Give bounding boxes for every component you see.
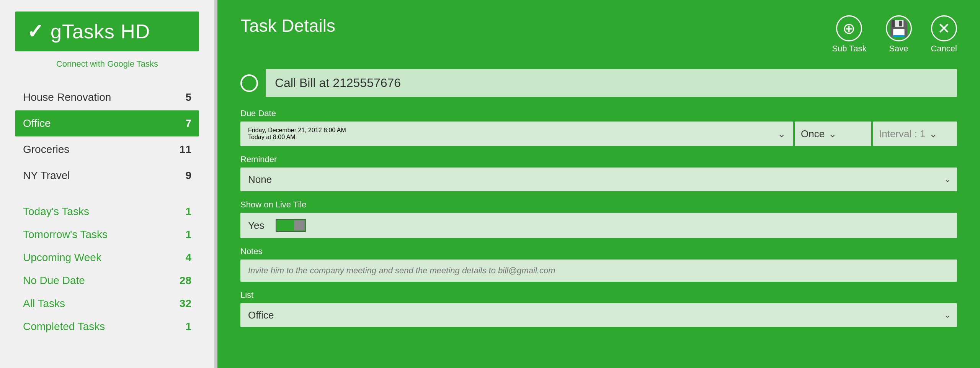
cancel-label: Cancel: [931, 44, 957, 54]
main-panel: Task Details ⊕ Sub Task 💾 Save ✕ Cancel …: [217, 0, 980, 368]
sidebar-smart-item-no-due-date[interactable]: No Due Date 28: [15, 269, 199, 292]
sub-task-label: Sub Task: [832, 44, 866, 54]
sidebar-list-label: Office: [23, 117, 51, 130]
recur-dropdown[interactable]: Once ⌄: [795, 122, 871, 146]
sub-task-button[interactable]: ⊕ Sub Task: [832, 15, 866, 54]
list-section: List Office House Renovation Groceries N…: [240, 290, 957, 327]
top-actions: ⊕ Sub Task 💾 Save ✕ Cancel: [832, 15, 957, 54]
due-date-sub-text: Today at 8:00 AM: [248, 134, 763, 141]
interval-dropdown[interactable]: Interval : 1 ⌄: [873, 122, 957, 146]
sidebar: ✓ gTasks HD Connect with Google Tasks Ho…: [0, 0, 214, 368]
smart-item-count: 4: [185, 251, 191, 264]
logo-bar: ✓ gTasks HD: [15, 12, 199, 51]
smart-item-count: 28: [180, 274, 191, 287]
due-date-main-text: Friday, December 21, 2012 8:00 AM: [248, 127, 763, 134]
live-tile-toggle[interactable]: [276, 219, 306, 232]
list-label: List: [240, 290, 957, 300]
cancel-icon: ✕: [931, 15, 957, 41]
sidebar-list-item-groceries[interactable]: Groceries 11: [15, 136, 199, 163]
smart-item-label: All Tasks: [23, 297, 65, 310]
sidebar-divider: [214, 0, 217, 368]
task-checkbox[interactable]: [240, 74, 258, 92]
save-icon: 💾: [886, 15, 912, 41]
sidebar-list-item-office[interactable]: Office 7: [15, 110, 199, 136]
lists-section: House Renovation 5 Office 7 Groceries 11…: [0, 84, 214, 189]
logo-check-icon: ✓: [27, 21, 44, 41]
smart-item-label: Today's Tasks: [23, 205, 89, 218]
notes-section: Notes: [240, 246, 957, 282]
reminder-dropdown-wrapper: None ⌄: [240, 168, 957, 191]
due-date-chevron-icon[interactable]: ⌄: [770, 123, 793, 145]
task-title-input[interactable]: [266, 69, 957, 97]
list-select[interactable]: Office House Renovation Groceries NY Tra…: [240, 303, 957, 327]
save-button[interactable]: 💾 Save: [886, 15, 912, 54]
smart-item-count: 1: [185, 320, 191, 333]
smart-item-label: Completed Tasks: [23, 320, 105, 333]
sidebar-list-count: 9: [185, 169, 191, 182]
app-title: gTasks HD: [51, 20, 150, 43]
task-title-row: [240, 69, 957, 97]
recur-chevron-icon: ⌄: [828, 128, 837, 140]
smart-lists-section: Today's Tasks 1 Tomorrow's Tasks 1 Upcom…: [0, 200, 214, 338]
notes-label: Notes: [240, 246, 957, 256]
sidebar-list-item-ny-travel[interactable]: NY Travel 9: [15, 163, 199, 189]
sub-task-icon: ⊕: [836, 15, 862, 41]
interval-value: Interval : 1: [879, 128, 925, 140]
sidebar-list-count: 11: [180, 143, 191, 156]
smart-item-count: 32: [180, 297, 191, 310]
smart-item-count: 1: [185, 228, 191, 241]
top-bar: Task Details ⊕ Sub Task 💾 Save ✕ Cancel: [240, 15, 957, 54]
reminder-label: Reminder: [240, 154, 957, 164]
list-dropdown-wrapper: Office House Renovation Groceries NY Tra…: [240, 303, 957, 327]
sidebar-list-label: House Renovation: [23, 91, 111, 104]
live-tile-row: Yes: [240, 213, 957, 238]
notes-input[interactable]: [240, 260, 957, 282]
sidebar-smart-item-today's-tasks[interactable]: Today's Tasks 1: [15, 200, 199, 223]
smart-item-label: Tomorrow's Tasks: [23, 228, 108, 241]
recur-value: Once: [801, 128, 825, 140]
sidebar-smart-item-tomorrow's-tasks[interactable]: Tomorrow's Tasks 1: [15, 223, 199, 246]
sidebar-list-label: Groceries: [23, 143, 69, 156]
reminder-section: Reminder None ⌄: [240, 154, 957, 191]
sidebar-smart-item-upcoming-week[interactable]: Upcoming Week 4: [15, 246, 199, 269]
connect-link[interactable]: Connect with Google Tasks: [0, 59, 214, 69]
sidebar-smart-item-completed-tasks[interactable]: Completed Tasks 1: [15, 315, 199, 338]
reminder-select[interactable]: None: [240, 168, 957, 191]
live-tile-section: Show on Live Tile Yes: [240, 200, 957, 238]
sidebar-list-label: NY Travel: [23, 169, 70, 182]
interval-chevron-icon: ⌄: [929, 128, 938, 140]
due-date-picker[interactable]: Friday, December 21, 2012 8:00 AM Today …: [240, 122, 793, 146]
page-title: Task Details: [240, 15, 335, 36]
smart-item-label: No Due Date: [23, 274, 85, 287]
live-tile-label: Show on Live Tile: [240, 200, 957, 210]
due-date-section: Due Date Friday, December 21, 2012 8:00 …: [240, 108, 957, 146]
cancel-button[interactable]: ✕ Cancel: [931, 15, 957, 54]
sidebar-list-count: 5: [185, 91, 191, 104]
due-date-row: Friday, December 21, 2012 8:00 AM Today …: [240, 122, 957, 146]
sidebar-list-item-house-renovation[interactable]: House Renovation 5: [15, 84, 199, 110]
sidebar-list-count: 7: [185, 117, 191, 130]
smart-item-count: 1: [185, 205, 191, 218]
save-label: Save: [889, 44, 908, 54]
sidebar-smart-item-all-tasks[interactable]: All Tasks 32: [15, 292, 199, 315]
live-tile-value: Yes: [248, 220, 264, 232]
due-date-label: Due Date: [240, 108, 957, 118]
smart-item-label: Upcoming Week: [23, 251, 101, 264]
